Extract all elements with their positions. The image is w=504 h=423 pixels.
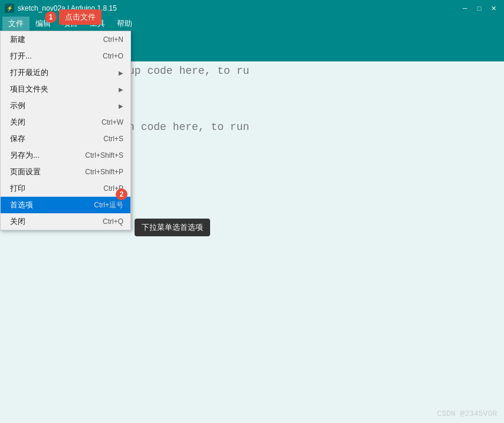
file-dropdown-menu: 新建 Ctrl+N 打开... Ctrl+O 打开最近的 ▶ 项目文件夹 ▶ 示…: [0, 31, 131, 230]
menu-preferences[interactable]: 首选项 Ctrl+逗号: [1, 197, 130, 213]
menu-quit[interactable]: 关闭 Ctrl+Q: [1, 213, 130, 230]
menu-item-help[interactable]: 帮助: [111, 17, 138, 31]
menu-item-project[interactable]: 项目: [57, 17, 84, 31]
window-controls: ─ □ ✕: [459, 4, 499, 13]
menu-page-setup[interactable]: 页面设置 Ctrl+Shift+P: [1, 164, 130, 180]
title-bar: ⚡ sketch_nov02a | Arduino 1.8.15 ─ □ ✕: [0, 0, 504, 17]
menu-sketchbook[interactable]: 项目文件夹 ▶: [1, 81, 130, 97]
menu-save[interactable]: 保存 Ctrl+S: [1, 131, 130, 147]
minimize-button[interactable]: ─: [459, 4, 471, 13]
menu-open[interactable]: 打开... Ctrl+O: [1, 48, 130, 64]
menu-item-file[interactable]: 文件: [2, 17, 30, 31]
menu-item-tools[interactable]: 工具: [84, 17, 111, 31]
menu-new[interactable]: 新建 Ctrl+N: [1, 31, 130, 48]
title-bar-title: sketch_nov02a | Arduino 1.8.15: [18, 4, 459, 12]
close-button[interactable]: ✕: [487, 4, 499, 13]
menu-open-recent[interactable]: 打开最近的 ▶: [1, 64, 130, 81]
menu-print[interactable]: 打印 Ctrl+P: [1, 180, 130, 197]
watermark: CSDN @2345VOR: [437, 409, 497, 418]
maximize-button[interactable]: □: [473, 4, 485, 13]
menu-examples[interactable]: 示例 ▶: [1, 97, 130, 114]
menu-close[interactable]: 关闭 Ctrl+W: [1, 114, 130, 131]
menu-bar: 文件 编辑 项目 工具 帮助: [0, 17, 504, 31]
menu-item-edit[interactable]: 编辑: [30, 17, 57, 31]
app-icon: ⚡: [5, 4, 14, 13]
menu-save-as[interactable]: 另存为... Ctrl+Shift+S: [1, 147, 130, 164]
